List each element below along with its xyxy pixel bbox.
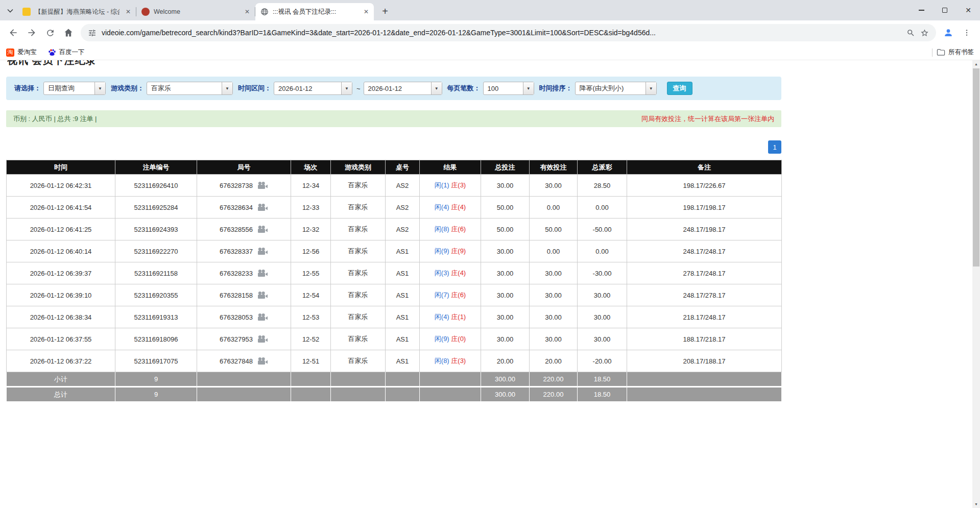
cell-total-bet[interactable]: 20.00 (481, 350, 530, 372)
chevron-down-icon[interactable]: ▼ (523, 82, 534, 94)
cell-payout: 30.00 (578, 284, 627, 306)
cell-bet-id: 523116925284 (115, 197, 197, 219)
cell-note: 198.17/198.17 (627, 197, 782, 219)
chevron-down-icon[interactable]: ▼ (431, 82, 442, 94)
chevron-down-icon[interactable]: ▼ (341, 82, 352, 94)
reload-button[interactable] (41, 23, 59, 42)
cell-bet-id: 523116920355 (115, 284, 197, 306)
subtotal-count: 9 (115, 372, 197, 387)
profile-avatar[interactable] (939, 23, 958, 42)
cell-valid-bet: 0.00 (530, 197, 578, 219)
cell-payout: 30.00 (578, 306, 627, 328)
cell-note: 248.17/278.17 (627, 284, 782, 306)
close-icon[interactable]: ✕ (124, 7, 133, 16)
cell-total-bet[interactable]: 50.00 (481, 219, 530, 240)
tab-forum[interactable]: 【新提醒】海燕策略论坛 - 综合 ✕ (17, 3, 136, 20)
cell-valid-bet: 30.00 (530, 306, 578, 328)
page-size-dropdown[interactable]: 100 ▼ (483, 82, 534, 95)
video-camera-icon[interactable] (257, 357, 268, 365)
dropdown-value: 100 (484, 82, 523, 94)
chevron-down-icon[interactable] (3, 4, 17, 18)
video-camera-icon[interactable] (257, 291, 268, 299)
cell-bet-id: 523116918096 (115, 328, 197, 350)
cell-total-bet[interactable]: 30.00 (481, 175, 530, 197)
cell-session: 12-55 (291, 262, 331, 284)
cell-valid-bet: 30.00 (530, 284, 578, 306)
browser-toolbar: videoie.com/game/betrecord_search/kind3?… (0, 20, 980, 45)
cell-result: 闲(3) 庄(4) (420, 262, 481, 284)
sort-dropdown[interactable]: 降幂(由大到小) ▼ (575, 82, 657, 95)
video-camera-icon[interactable] (257, 181, 268, 189)
date-end-dropdown[interactable]: 2026-01-12 ▼ (364, 82, 442, 95)
result-banker: 庄(6) (451, 225, 466, 233)
cell-table-no: AS2 (386, 197, 420, 219)
new-tab-button[interactable]: + (378, 4, 392, 18)
date-separator: ~ (356, 85, 361, 92)
cell-total-bet[interactable]: 30.00 (481, 240, 530, 262)
bookmark-star-icon[interactable] (920, 29, 929, 37)
chevron-down-icon[interactable]: ▼ (222, 82, 232, 94)
summary-bar: 币别 : 人民币 | 总共 :9 注单 | 同局有效投注，统一计算在该局第一张注… (6, 110, 781, 127)
bookmark-label: 百度一下 (59, 48, 85, 57)
bookmark-taobao[interactable]: 淘 爱淘宝 (6, 48, 37, 57)
cell-round: 676328738 (197, 175, 291, 197)
game-type-dropdown[interactable]: 百家乐 ▼ (147, 82, 233, 95)
video-camera-icon[interactable] (257, 313, 268, 321)
result-banker: 庄(4) (451, 203, 466, 211)
close-icon[interactable]: ✕ (362, 7, 371, 16)
cell-session: 12-53 (291, 306, 331, 328)
cell-round: 676328053 (197, 306, 291, 328)
search-button[interactable]: 查询 (667, 82, 692, 95)
tab-welcome[interactable]: Welcome ✕ (136, 3, 255, 20)
round-number: 676328233 (220, 270, 253, 277)
bookmark-baidu[interactable]: 百度一下 (48, 48, 85, 57)
cell-total-bet[interactable]: 30.00 (481, 262, 530, 284)
scroll-down-icon[interactable]: ▼ (972, 500, 980, 508)
chevron-down-icon[interactable]: ▼ (646, 82, 656, 94)
cell-game-type: 百家乐 (331, 175, 386, 197)
forum-favicon-icon (22, 8, 31, 16)
cell-total-bet[interactable]: 50.00 (481, 197, 530, 219)
zoom-icon[interactable] (906, 29, 915, 37)
all-bookmarks-button[interactable]: 所有书签 (937, 48, 974, 57)
result-player: 闲(9) (435, 247, 449, 255)
select-type-dropdown[interactable]: 日期查询 ▼ (43, 82, 106, 95)
cell-session: 12-51 (291, 350, 331, 372)
scroll-up-icon[interactable]: ▲ (972, 60, 980, 68)
cell-total-bet[interactable]: 30.00 (481, 306, 530, 328)
cell-total-bet[interactable]: 30.00 (481, 284, 530, 306)
cell-bet-id: 523116917075 (115, 350, 197, 372)
close-window-button[interactable]: ✕ (957, 0, 980, 20)
minimize-button[interactable] (910, 0, 933, 20)
cell-time: 2026-01-12 06:39:37 (7, 262, 115, 284)
menu-icon[interactable] (958, 23, 976, 42)
forward-button[interactable] (22, 23, 41, 42)
date-start-dropdown[interactable]: 2026-01-12 ▼ (274, 82, 352, 95)
video-camera-icon[interactable] (257, 247, 268, 255)
result-player: 闲(7) (435, 291, 449, 299)
maximize-button[interactable] (933, 0, 957, 20)
game-type-label: 游戏类别： (111, 84, 144, 93)
url-bar[interactable]: videoie.com/game/betrecord_search/kind3?… (81, 24, 936, 41)
cell-result: 闲(4) 庄(1) (420, 306, 481, 328)
cell-result: 闲(7) 庄(6) (420, 284, 481, 306)
scrollbar-thumb[interactable] (973, 68, 979, 267)
tab-bet-record[interactable]: :::视讯 会员下注纪录::: ✕ (255, 3, 374, 20)
close-icon[interactable]: ✕ (243, 7, 252, 16)
cell-total-bet[interactable]: 30.00 (481, 328, 530, 350)
pagination-page-1[interactable]: 1 (768, 140, 781, 154)
bet-record-table: 时间注单编号局号场次游戏类别桌号结果总投注有效投注总派彩备注 2026-01-1… (6, 160, 782, 402)
video-camera-icon[interactable] (257, 225, 268, 233)
cell-round: 676328634 (197, 197, 291, 219)
currency-summary-text: 币别 : 人民币 | 总共 :9 注单 | (13, 114, 97, 124)
cell-note: 248.17/198.17 (627, 219, 782, 240)
page-scrollbar[interactable]: ▲ ▼ (972, 60, 980, 508)
back-button[interactable] (4, 23, 22, 42)
total-row: 总计 9 300.00 220.00 18.50 (7, 387, 782, 402)
home-button[interactable] (59, 23, 78, 42)
chevron-down-icon[interactable]: ▼ (94, 82, 105, 94)
video-camera-icon[interactable] (257, 203, 268, 211)
site-settings-icon[interactable] (88, 29, 97, 37)
video-camera-icon[interactable] (257, 335, 268, 343)
video-camera-icon[interactable] (257, 269, 268, 277)
